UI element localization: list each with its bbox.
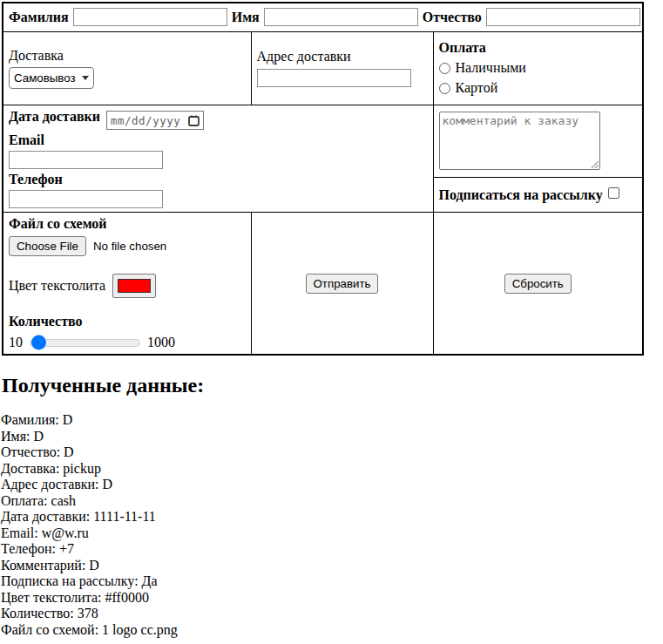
patronymic-input[interactable]	[486, 8, 640, 26]
reset-cell: Сбросить	[433, 213, 643, 356]
result-line-subscribe: Подписка на рассылку: Да	[1, 573, 663, 590]
comment-placeholder: комментарий к заказу	[443, 114, 579, 127]
result-line-email: Email: w@w.ru	[1, 525, 663, 542]
email-input[interactable]	[9, 151, 163, 169]
slider-thumb[interactable]	[31, 336, 46, 350]
result-line-patronymic: Отчество: D	[1, 444, 663, 461]
submit-cell: Отправить	[251, 213, 433, 356]
delivery-date-input[interactable]: mm/dd/yyyy	[106, 111, 204, 130]
result-line-address: Адрес доставки: D	[1, 477, 663, 493]
payment-cell: Оплата Наличными Картой	[433, 31, 643, 105]
patronymic-label: Отчество	[423, 10, 482, 25]
results-heading: Полученные данные:	[2, 373, 663, 397]
delivery-date-label: Дата доставки	[9, 109, 100, 124]
result-line-firstname: Имя: D	[1, 429, 663, 445]
address-label: Адрес доставки	[257, 49, 428, 64]
result-line-delivery: Доставка: pickup	[1, 461, 663, 478]
subscribe-label: Подписаться на рассылку	[439, 187, 603, 202]
firstname-input[interactable]	[264, 8, 418, 26]
comment-textarea[interactable]: комментарий к заказу	[439, 112, 600, 170]
firstname-label: Имя	[232, 10, 260, 25]
contact-cell: Дата доставки mm/dd/yyyy Email Телефон	[3, 105, 433, 213]
comment-cell: комментарий к заказу	[433, 105, 643, 178]
quantity-slider[interactable]	[30, 339, 140, 347]
result-line-phone: Телефон: +7	[1, 541, 663, 558]
file-status: No file chosen	[93, 240, 166, 253]
file-label: Файл со схемой	[9, 216, 246, 232]
delivery-label: Доставка	[9, 48, 246, 64]
order-form-table: Фамилия Имя Отчество Доставка Самовывоз …	[2, 2, 644, 356]
result-line-quantity: Количество: 378	[1, 606, 663, 622]
surname-input[interactable]	[73, 8, 227, 26]
email-label: Email	[9, 132, 428, 148]
quantity-min-label: 10	[9, 335, 23, 350]
color-label: Цвет текстолита	[9, 278, 105, 294]
reset-button[interactable]: Сбросить	[504, 274, 572, 294]
result-line-color: Цвет текстолита: #ff0000	[1, 590, 663, 607]
payment-label: Оплата	[439, 40, 638, 56]
chevron-down-icon	[82, 76, 89, 80]
result-line-date: Дата доставки: 1111-11-11	[1, 509, 663, 525]
subscribe-checkbox[interactable]	[608, 187, 619, 199]
delivery-select[interactable]: Самовывоз	[9, 67, 94, 89]
phone-label: Телефон	[9, 172, 428, 187]
submit-button[interactable]: Отправить	[306, 274, 379, 294]
choose-file-button[interactable]: Choose File	[9, 236, 86, 256]
color-picker[interactable]	[112, 274, 156, 298]
result-line-file: Файл со схемой: 1 logo cc.png	[1, 622, 663, 639]
payment-cash-label: Наличными	[456, 60, 526, 75]
address-cell: Адрес доставки	[251, 31, 433, 105]
delivery-cell: Доставка Самовывоз	[3, 31, 251, 105]
color-swatch	[118, 279, 151, 293]
result-line-comment: Комментарий: D	[1, 558, 663, 574]
results-list: Фамилия: D Имя: D Отчество: D Доставка: …	[1, 412, 663, 638]
calendar-icon[interactable]	[188, 115, 200, 126]
quantity-max-label: 1000	[147, 335, 175, 350]
name-fields-cell: Фамилия Имя Отчество	[3, 3, 643, 31]
delivery-selected-option: Самовывоз	[14, 71, 76, 85]
address-input[interactable]	[257, 69, 411, 87]
options-cell: Файл со схемой Choose File No file chose…	[3, 213, 251, 356]
payment-card-radio[interactable]	[439, 83, 450, 94]
resize-handle-icon[interactable]	[591, 160, 599, 168]
date-placeholder: mm/dd/yyyy	[111, 114, 180, 127]
subscribe-cell: Подписаться на рассылку	[433, 178, 643, 213]
payment-card-label: Картой	[456, 80, 498, 95]
quantity-label: Количество	[9, 314, 246, 329]
surname-label: Фамилия	[9, 10, 69, 25]
result-line-surname: Фамилия: D	[1, 412, 663, 429]
payment-cash-radio[interactable]	[439, 63, 450, 74]
phone-input[interactable]	[9, 190, 163, 208]
result-line-payment: Оплата: cash	[1, 493, 663, 510]
